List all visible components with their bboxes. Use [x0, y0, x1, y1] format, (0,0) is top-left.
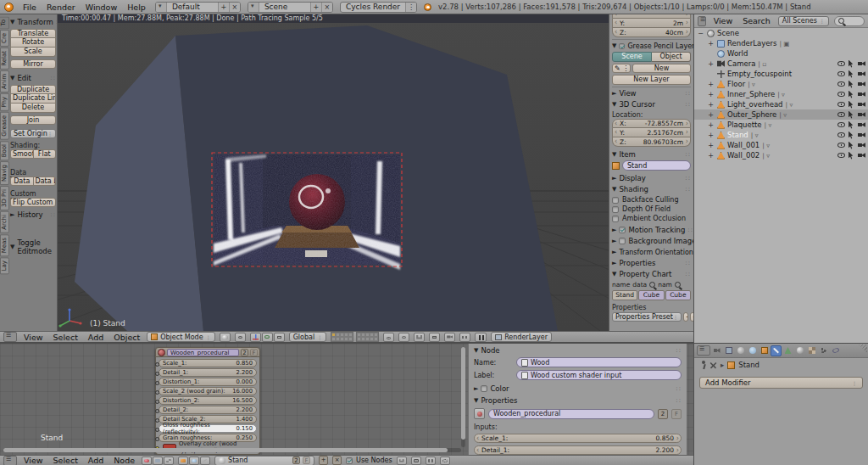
menu-item[interactable]: View: [21, 333, 46, 342]
delete-button[interactable]: Delete: [10, 104, 56, 113]
renderability-toggle-icon[interactable]: [858, 153, 865, 159]
menu-item[interactable]: Window: [83, 3, 120, 12]
expand-icon[interactable]: +: [707, 132, 715, 139]
visibility-toggle-icon[interactable]: [837, 102, 845, 107]
selectability-toggle-icon[interactable]: [849, 60, 854, 68]
tool-shelf-tab[interactable]: To: [0, 16, 9, 29]
dimensions-y-field[interactable]: Y:2m: [612, 19, 691, 28]
panel-item[interactable]: ▼Item::: [612, 150, 691, 159]
tab-texture[interactable]: [806, 345, 817, 356]
outliner-item-label[interactable]: Plaquette: [727, 120, 762, 129]
shading-option[interactable]: Backface Culling: [612, 195, 691, 204]
gp-scene-option[interactable]: Scene: [612, 52, 652, 62]
tool-shelf-tab[interactable]: Phy: [0, 93, 9, 111]
horizontal-scrollbar[interactable]: [3, 448, 461, 452]
render-layer-dropdown[interactable]: RenderLayer: [491, 332, 552, 342]
expand-icon[interactable]: +: [707, 60, 715, 68]
node-label-field[interactable]: Wood custom shader input: [516, 370, 682, 380]
tab-particles[interactable]: [818, 345, 829, 356]
menu-item[interactable]: File: [20, 3, 39, 12]
renderability-toggle-icon[interactable]: [858, 102, 865, 108]
tab-object-data[interactable]: [782, 345, 793, 356]
node-header-row[interactable]: Wooden_procedural 2 F: [155, 347, 260, 357]
outliner-row[interactable]: − Scene: [694, 28, 868, 38]
panel-edit[interactable]: ▼Edit::: [10, 74, 56, 82]
input-socket[interactable]: [155, 409, 159, 413]
selectability-toggle-icon[interactable]: [849, 132, 854, 139]
translate-button[interactable]: Translate: [10, 29, 56, 38]
material-add-button[interactable]: +: [319, 456, 328, 465]
renderability-toggle-icon[interactable]: [858, 61, 865, 67]
menu-item[interactable]: Object: [111, 333, 142, 342]
fake-user-button[interactable]: F: [303, 457, 310, 464]
outliner-row[interactable]: + Outer_Sphere | ▿: [694, 109, 868, 120]
panel-shading[interactable]: ▼Shading::: [612, 185, 691, 193]
visibility-toggle-icon[interactable]: [837, 132, 845, 137]
panel-color[interactable]: ►Color::: [474, 384, 682, 393]
gp-new-layer-button[interactable]: New Layer: [612, 75, 691, 85]
panel-node[interactable]: ▼Node::: [474, 346, 682, 355]
shader-slot-linestyle-icon[interactable]: [200, 457, 210, 465]
pivot-center-dropdown[interactable]: [235, 333, 246, 342]
outliner-item-label[interactable]: Stand: [727, 131, 748, 139]
material-users-count[interactable]: 2: [292, 457, 300, 464]
tool-shelf-tab[interactable]: Relat: [0, 48, 9, 70]
input-socket[interactable]: [155, 381, 159, 385]
input-socket[interactable]: [155, 400, 159, 404]
breadcrumb-object-name[interactable]: Stand: [738, 361, 760, 369]
chart-col-data[interactable]: data: [632, 281, 647, 289]
properties-preset-dropdown[interactable]: Properties Preset⋮: [612, 312, 682, 322]
outliner-row[interactable]: + Inner_Sphere | ▿: [694, 89, 868, 99]
gp-object-option[interactable]: Object: [652, 52, 691, 62]
input-socket[interactable]: [155, 390, 159, 395]
render-engine-selector[interactable]: Cycles Render ⋮: [340, 2, 417, 13]
outliner-view-menu[interactable]: View: [711, 16, 736, 25]
tree-type-shader-icon[interactable]: [142, 457, 152, 465]
renderability-toggle-icon[interactable]: [858, 112, 865, 118]
node-input-row[interactable]: Distortion_1: 0.000: [159, 378, 257, 386]
gears-icon[interactable]: [440, 457, 450, 465]
layout-add-button[interactable]: +: [218, 3, 229, 12]
snap-magnet-icon[interactable]: [414, 333, 425, 342]
lock-icon[interactable]: [383, 333, 394, 342]
panel-motion-tracking[interactable]: ►Motion Tracking::: [612, 226, 691, 234]
tree-type-texture-icon[interactable]: [164, 457, 174, 465]
expand-icon[interactable]: +: [707, 101, 715, 109]
mirror-button[interactable]: Mirror: [10, 59, 56, 69]
outliner-item-label[interactable]: Scene: [717, 29, 739, 37]
object-context-icon[interactable]: [708, 360, 719, 371]
input-socket[interactable]: [155, 418, 159, 423]
selectability-toggle-icon[interactable]: [849, 152, 854, 160]
node-input-row[interactable]: Detail_2: 2.200: [159, 406, 257, 414]
editor-type-icon[interactable]: [3, 456, 17, 465]
material-selector[interactable]: Stand 2 F: [214, 456, 314, 465]
node-input-row[interactable]: Gloss roughness (reflectivity): 0.150: [159, 424, 257, 433]
outliner-item-label[interactable]: Outer_Sphere: [727, 110, 776, 119]
tab-modifiers[interactable]: [771, 345, 782, 356]
panel-properties[interactable]: ►Properties::: [612, 259, 691, 267]
renderability-toggle-icon[interactable]: [858, 143, 865, 148]
material-unlink-button[interactable]: ×: [332, 456, 342, 465]
dimensions-z-field[interactable]: Z:40cm: [612, 28, 691, 37]
outliner-row[interactable]: + Plaquette | ▿: [694, 120, 868, 130]
pause-render-button[interactable]: [475, 333, 487, 342]
panel-transform-orientations[interactable]: ►Transform Orientations: [612, 248, 691, 256]
tab-scene[interactable]: [735, 345, 746, 356]
renderability-toggle-icon[interactable]: [858, 71, 865, 77]
item-name-field[interactable]: Stand: [622, 160, 691, 171]
manipulator-translate-icon[interactable]: [250, 333, 261, 342]
expand-icon[interactable]: +: [707, 152, 715, 160]
visibility-toggle-icon[interactable]: [837, 153, 845, 158]
insert-offset-icon[interactable]: [426, 457, 436, 465]
tab-object[interactable]: [759, 345, 770, 356]
scene-name[interactable]: Scene: [259, 3, 310, 11]
opengl-render-anim-icon[interactable]: [459, 333, 470, 342]
expand-icon[interactable]: +: [707, 91, 715, 98]
menu-item[interactable]: Render: [44, 3, 78, 12]
cursor-x-field[interactable]: X:-72.8557cm: [612, 119, 691, 128]
tool-shelf-tab[interactable]: Meas: [0, 234, 9, 256]
outliner-row[interactable]: + Stand | ▿: [694, 130, 868, 140]
visibility-toggle-icon[interactable]: [837, 122, 845, 127]
tab-render[interactable]: [711, 345, 722, 356]
snap-element-dropdown[interactable]: [429, 333, 440, 342]
